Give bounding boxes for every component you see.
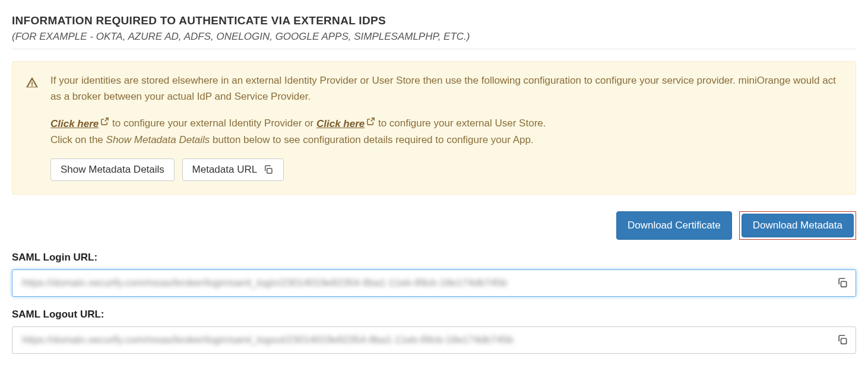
link-text: Click here: [316, 118, 365, 129]
info-text: to configure your external User Store.: [375, 118, 546, 129]
saml-logout-label: SAML Logout URL:: [12, 309, 856, 320]
section-subtitle: (FOR EXAMPLE - OKTA, AZURE AD, ADFS, ONE…: [12, 31, 856, 43]
section-title: INFORMATION REQUIRED TO AUTHENTICATE VIA…: [12, 14, 856, 27]
configure-idp-link[interactable]: Click here: [50, 118, 109, 129]
copy-icon: [263, 164, 274, 176]
download-certificate-button[interactable]: Download Certificate: [616, 211, 732, 240]
svg-rect-0: [267, 169, 272, 173]
copy-login-button[interactable]: [837, 277, 848, 290]
svg-rect-2: [841, 339, 847, 344]
info-emphasis: Show Metadata Details: [106, 134, 210, 145]
divider: [12, 49, 856, 49]
info-text: to configure your external Identity Prov…: [109, 118, 316, 129]
external-link-icon: [366, 113, 375, 129]
svg-rect-1: [841, 282, 847, 287]
info-paragraph-1: If your identities are stored elsewhere …: [50, 72, 842, 104]
highlight-download-metadata: Download Metadata: [739, 211, 856, 240]
warning-icon: [26, 76, 39, 181]
info-alert: If your identities are stored elsewhere …: [12, 61, 856, 195]
saml-logout-value: https://domain.xecurify.com/moas/broker/…: [22, 334, 514, 346]
download-metadata-button[interactable]: Download Metadata: [742, 214, 854, 237]
saml-login-value: https://domain.xecurify.com/moas/broker/…: [22, 277, 507, 289]
copy-icon: [837, 277, 848, 289]
saml-login-field[interactable]: https://domain.xecurify.com/moas/broker/…: [12, 269, 856, 297]
info-text: button below to see configuration detail…: [210, 134, 533, 145]
button-label: Metadata URL: [192, 164, 258, 176]
saml-login-label: SAML Login URL:: [12, 252, 856, 264]
copy-icon: [837, 334, 848, 346]
configure-userstore-link[interactable]: Click here: [316, 118, 375, 129]
saml-logout-field[interactable]: https://domain.xecurify.com/moas/broker/…: [12, 326, 856, 354]
external-link-icon: [100, 113, 109, 129]
link-text: Click here: [50, 118, 99, 129]
metadata-url-button[interactable]: Metadata URL: [182, 158, 284, 181]
copy-logout-button[interactable]: [837, 334, 848, 347]
info-text: Click on the: [50, 134, 106, 145]
show-metadata-button[interactable]: Show Metadata Details: [50, 158, 175, 181]
